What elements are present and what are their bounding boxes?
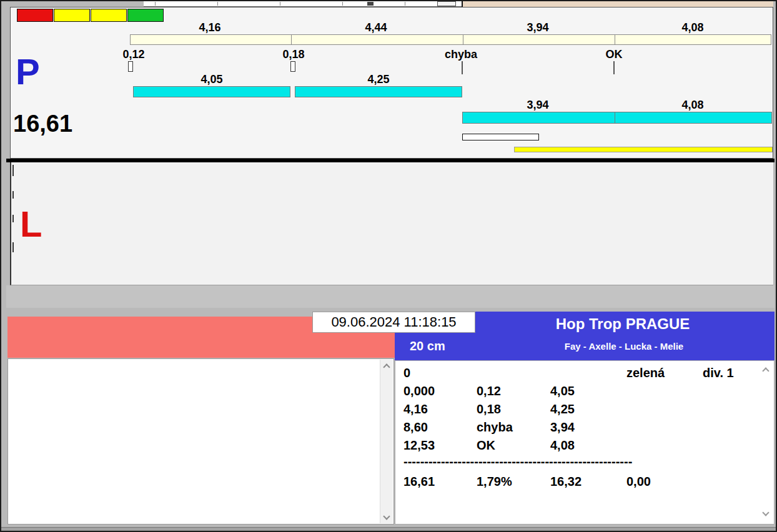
results-separator: ----------------------------------------… xyxy=(403,455,641,468)
result-cell: 4,05 xyxy=(550,384,575,398)
checkpoint-marker xyxy=(128,61,133,72)
result-penalty: 0,00 xyxy=(626,475,651,488)
scroll-down-button[interactable] xyxy=(762,509,769,516)
division-label: div. 1 xyxy=(703,366,734,380)
checkpoint-marker xyxy=(290,61,295,72)
lane-l-tick xyxy=(12,242,14,252)
scroll-up-button[interactable] xyxy=(762,367,769,374)
checkpoint-label: OK xyxy=(606,49,623,60)
split-time-label: 4,08 xyxy=(681,99,703,111)
window-fragment-tick xyxy=(155,2,156,6)
track-segment-divider xyxy=(615,35,615,44)
split-time-label: 4,05 xyxy=(200,74,222,85)
result-cell: 4,16 xyxy=(403,402,428,416)
window-fragment-tick xyxy=(280,2,280,6)
window-fragment-tick xyxy=(405,2,405,6)
checkpoint-label: chyba xyxy=(445,49,477,60)
result-cell: 0,18 xyxy=(477,402,501,416)
lane-p-label: P xyxy=(16,54,40,90)
split-time-label: 4,44 xyxy=(365,22,387,33)
result-cell: 3,94 xyxy=(550,420,575,434)
run-list-panel xyxy=(7,358,394,525)
window-fragment-tick xyxy=(342,2,343,6)
split-time-label: 4,08 xyxy=(681,22,703,33)
dog-names: Fay - Axelle - Lucka - Melie xyxy=(565,341,683,352)
result-cell: 12,53 xyxy=(403,438,435,452)
scroll-up-button[interactable] xyxy=(380,360,393,372)
result-cell: chyba xyxy=(477,420,513,434)
chevron-down-icon xyxy=(383,513,390,520)
split-time-label: 4,25 xyxy=(367,74,389,85)
window-fragment-strip xyxy=(144,1,462,7)
checkpoint-tick xyxy=(613,61,615,74)
status-light-red xyxy=(17,9,53,22)
results-panel: 0 zelená div. 1 0,000 0,12 4,05 4,16 0,1… xyxy=(395,360,775,525)
result-net-time: 16,32 xyxy=(550,475,582,488)
split-bar-divider xyxy=(615,112,615,123)
result-total-percent: 1,79% xyxy=(477,475,512,488)
status-light-yellow-1 xyxy=(54,9,90,22)
lane-l-tick xyxy=(12,191,14,199)
highlight-bar-yellow xyxy=(514,147,773,152)
lane-l-panel: L xyxy=(10,162,773,285)
window-fragment-tick xyxy=(217,2,218,6)
progress-marker-bar xyxy=(462,134,539,140)
window-fragment-mark xyxy=(367,2,374,6)
bottom-status-bar xyxy=(1,527,776,532)
lane-p-panel: 4,16 4,44 3,94 4,08 0,12 0,18 chyba OK P… xyxy=(10,7,773,159)
run-number: 0 xyxy=(403,366,410,380)
lane-p-total-time: 16,61 xyxy=(13,112,72,135)
split-bar xyxy=(462,112,772,124)
checkpoint-label: 0,18 xyxy=(282,49,304,60)
split-time-label: 3,94 xyxy=(527,99,548,111)
result-cell: 0,000 xyxy=(403,384,435,398)
light-status: zelená xyxy=(626,366,665,380)
split-bar xyxy=(133,86,290,97)
separator-strip xyxy=(6,285,775,308)
chevron-up-icon xyxy=(383,363,390,370)
run-list-scrollbar[interactable] xyxy=(380,360,393,523)
timestamp-display: 09.06.2024 11:18:15 xyxy=(312,312,475,333)
result-cell: OK xyxy=(477,438,495,452)
checkpoint-label: 0,12 xyxy=(122,49,144,60)
result-cell: 0,12 xyxy=(477,384,501,398)
lane-l-tick xyxy=(12,215,14,222)
start-lights xyxy=(17,9,164,22)
split-bar xyxy=(295,86,462,97)
result-cell: 8,60 xyxy=(403,420,428,434)
result-cell: 4,08 xyxy=(550,438,575,452)
window-fragment-box xyxy=(437,1,456,6)
lane-l-tick xyxy=(12,165,14,176)
track-segment-divider xyxy=(291,35,292,44)
jump-height-label: 20 cm xyxy=(410,339,445,353)
team-name: Hop Trop PRAGUE xyxy=(556,315,690,333)
status-light-green xyxy=(127,9,164,22)
split-time-label: 4,16 xyxy=(199,22,220,33)
scroll-down-button[interactable] xyxy=(380,511,393,523)
total-track-bar xyxy=(130,34,771,45)
checkpoint-tick xyxy=(462,61,463,74)
status-light-yellow-2 xyxy=(91,9,127,22)
split-time-label: 3,94 xyxy=(527,22,548,33)
result-total-time: 16,61 xyxy=(403,475,435,488)
track-segment-divider xyxy=(463,35,463,44)
app-window: 4,16 4,44 3,94 4,08 0,12 0,18 chyba OK P… xyxy=(0,0,777,532)
result-cell: 4,25 xyxy=(550,402,575,416)
lane-l-label: L xyxy=(20,206,42,242)
